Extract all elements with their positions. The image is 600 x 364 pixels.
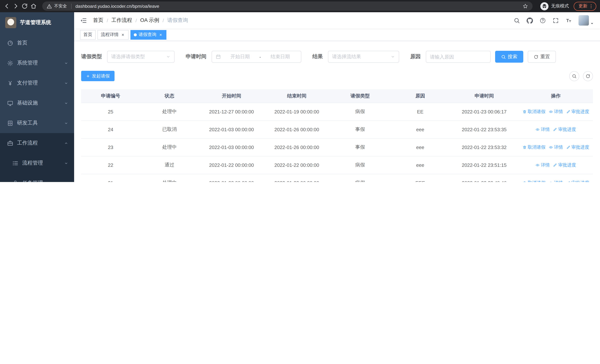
cell-operations: 取消请假详情审批进度 (519, 103, 593, 121)
back-icon[interactable] (4, 3, 10, 9)
cancel-link[interactable]: 取消请假 (523, 108, 545, 115)
help-icon[interactable] (540, 17, 546, 24)
trash-icon (523, 110, 527, 114)
result-select[interactable]: 请选择流结果 (328, 51, 399, 63)
table-row: 21处理中2022-01-22 00:00:002022-01-23 00:00… (81, 174, 593, 182)
update-label: 更新 (579, 3, 587, 9)
chevron-up-icon (64, 181, 68, 182)
progress-link[interactable]: 审批进度 (566, 144, 589, 150)
user-avatar[interactable] (579, 15, 594, 26)
result-placeholder: 请选择流结果 (332, 53, 388, 60)
search-button[interactable]: 搜索 (495, 51, 523, 63)
sidebar-item-task-mgmt[interactable]: 任务管理 (0, 173, 74, 182)
table-row: 23处理中2022-01-03 00:00:002022-01-26 00:00… (81, 138, 593, 156)
tab-close-icon[interactable]: × (121, 32, 125, 37)
refresh-icon (586, 74, 590, 78)
browser-toolbar: 不安全 dashboard.yudao.iocoder.cn/bpm/oa/le… (0, 0, 600, 12)
sidebar-item-devtools[interactable]: 研发工具 (0, 113, 74, 133)
breadcrumb-item[interactable]: OA 示例 (140, 17, 159, 24)
cell-end: 2022-01-19 00:00:00 (264, 103, 329, 121)
browser-menu-icon[interactable] (589, 3, 594, 9)
breadcrumb-separator: / (162, 18, 164, 23)
breadcrumb-item[interactable]: 工作流程 (111, 17, 132, 24)
cell-end: 2022-01-26 00:00:00 (264, 138, 329, 156)
refresh-button[interactable] (583, 71, 593, 81)
sidebar-item-infra[interactable]: 基础设施 (0, 93, 74, 113)
apply-time-range-picker[interactable]: 开始日期 - 结束日期 (212, 51, 301, 63)
filter-label-result: 结果 (312, 53, 323, 60)
chevron-down-icon (64, 61, 68, 65)
briefcase-icon (7, 140, 13, 146)
toggle-search-button[interactable] (569, 71, 579, 81)
tab-process-detail[interactable]: 流程详情× (97, 30, 129, 39)
progress-link[interactable]: 审批进度 (566, 108, 589, 115)
detail-link[interactable]: 详情 (549, 108, 563, 115)
table-row: 22通过2022-01-22 00:00:002022-01-22 00:00:… (81, 156, 593, 174)
reload-icon[interactable] (21, 3, 28, 9)
cell-reason: eee (391, 156, 450, 174)
cell-type: 事假 (329, 138, 391, 156)
op-label: 取消请假 (528, 144, 545, 150)
forward-icon[interactable] (13, 3, 19, 9)
tab-leave-query[interactable]: 请假查询× (131, 30, 166, 39)
tab-home[interactable]: 首页 (80, 30, 96, 39)
sidebar-item-process-mgmt[interactable]: 流程管理 (0, 153, 74, 173)
cancel-link[interactable]: 取消请假 (523, 144, 545, 150)
cell-applied: 2022-01-22 23:53:35 (450, 121, 519, 138)
create-leave-button[interactable]: 发起请假 (81, 71, 114, 81)
url-text[interactable]: dashboard.yudao.iocoder.cn/bpm/oa/leave (75, 3, 520, 9)
op-label: 详情 (554, 144, 563, 150)
reset-button-label: 重置 (540, 53, 550, 60)
navbar-actions (514, 15, 594, 26)
cell-reason: EEE (391, 174, 450, 182)
cell-id: 25 (81, 103, 140, 121)
breadcrumb-item[interactable]: 首页 (93, 17, 103, 24)
page-content: 请假类型 请选择请假类型 申请时间 开始日期 - 结束日期 (74, 41, 600, 182)
update-button[interactable]: 更新 (574, 2, 596, 10)
sidebar-item-home[interactable]: 首页 (0, 33, 74, 53)
search-icon[interactable] (514, 17, 520, 24)
progress-link[interactable]: 审批进度 (553, 126, 576, 132)
security-warning-icon[interactable] (47, 3, 52, 9)
reason-input[interactable] (426, 51, 491, 63)
sidebar-item-workflow[interactable]: 工作流程 (0, 133, 74, 153)
end-date-placeholder[interactable]: 结束日期 (263, 53, 297, 60)
bookmark-star-icon[interactable] (523, 3, 528, 9)
search-button-icon (501, 54, 506, 59)
cell-applied: 2022-01-22 23:53:32 (450, 138, 519, 156)
eye-icon (549, 145, 553, 149)
detail-link[interactable]: 详情 (536, 162, 550, 168)
app-logo (5, 17, 16, 28)
sidebar-item-label: 支付管理 (17, 80, 38, 86)
app-logo-row[interactable]: 芋道管理系统 (0, 12, 74, 33)
fullscreen-icon[interactable] (553, 17, 559, 24)
detail-link[interactable]: 详情 (536, 126, 550, 132)
address-bar[interactable]: 不安全 dashboard.yudao.iocoder.cn/bpm/oa/le… (42, 1, 533, 11)
list-icon (12, 160, 19, 166)
detail-link[interactable]: 详情 (549, 180, 563, 182)
progress-link[interactable]: 审批进度 (553, 162, 576, 168)
font-size-icon[interactable] (565, 17, 572, 24)
chevron-down-icon (64, 101, 68, 105)
leave-type-select[interactable]: 请选择请假类型 (107, 51, 175, 63)
reset-button[interactable]: 重置 (528, 51, 556, 63)
security-warning-label[interactable]: 不安全 (54, 3, 67, 9)
op-label: 审批进度 (558, 162, 576, 168)
edit-icon (553, 163, 557, 167)
progress-link[interactable]: 审批进度 (566, 180, 589, 182)
cell-applied: 2022-01-23 00:06:17 (450, 103, 519, 121)
monitor-icon (7, 100, 13, 106)
chevron-down-icon (166, 55, 170, 59)
detail-link[interactable]: 详情 (549, 144, 563, 150)
op-label: 取消请假 (528, 108, 545, 115)
hamburger-icon[interactable] (80, 17, 87, 24)
sidebar-item-payment[interactable]: 支付管理 (0, 73, 74, 93)
browser-home-icon[interactable] (30, 3, 37, 9)
sidebar-item-system[interactable]: 系统管理 (0, 53, 74, 73)
cancel-link[interactable]: 取消请假 (523, 180, 545, 182)
github-icon[interactable] (527, 17, 533, 24)
start-date-placeholder[interactable]: 开始日期 (223, 53, 257, 60)
cell-operations: 取消请假详情审批进度 (519, 138, 593, 156)
breadcrumb-separator: / (107, 18, 108, 23)
tab-close-icon[interactable]: × (158, 32, 163, 37)
